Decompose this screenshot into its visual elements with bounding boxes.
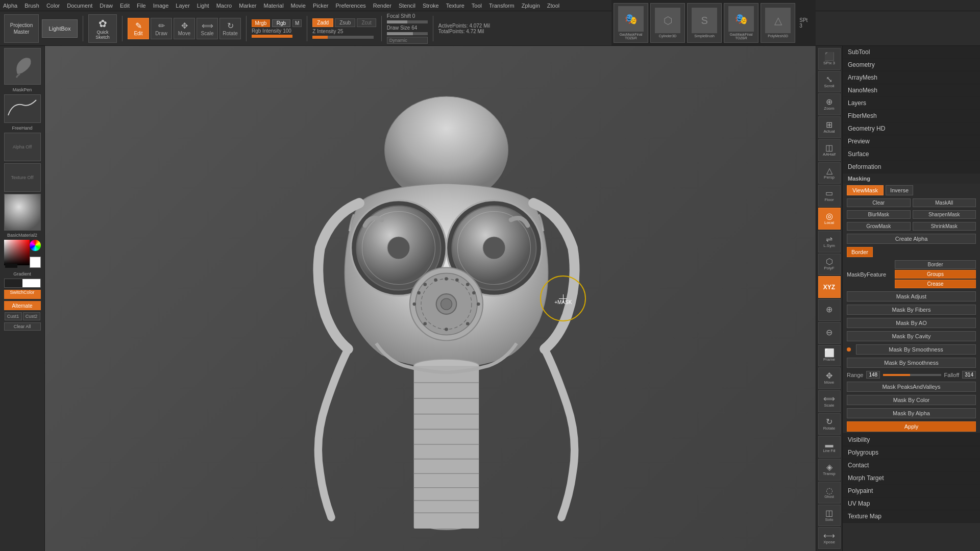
menu-document[interactable]: Document [67, 3, 92, 9]
mask-adjust-button[interactable]: Mask Adjust [847, 291, 976, 302]
mask-by-smoothness-button[interactable]: Mask By Smoothness [856, 344, 976, 355]
linefill-button[interactable]: ▬ Line Fill [818, 436, 841, 458]
texture-off-box[interactable]: Texture Off [4, 163, 41, 192]
menu-transform[interactable]: Transform [489, 3, 514, 9]
menu-picker[interactable]: Picker [313, 3, 329, 9]
mrgb-value[interactable]: Mrgb [252, 19, 270, 27]
gradient-bar[interactable] [4, 279, 41, 288]
viewmask-button[interactable]: ViewMask [847, 185, 884, 195]
edit-button[interactable]: ✎ Edit [128, 18, 149, 39]
falloff-value[interactable]: 314 [962, 371, 976, 379]
solo-button[interactable]: ◫ Solo [818, 505, 841, 527]
cust2-button[interactable]: Cust2 [23, 312, 40, 320]
frame-button[interactable]: ⬜ Frame [818, 345, 841, 367]
dynamic-button[interactable]: Dynamic [387, 37, 428, 44]
menu-alpha[interactable]: Alpha [3, 3, 17, 9]
switch-color-button[interactable]: SwitchColor [4, 290, 41, 299]
scale-button[interactable]: ⟺ Scale [197, 18, 218, 39]
range-value[interactable]: 148 [866, 371, 880, 379]
m-button[interactable]: M [292, 19, 302, 27]
visibility-header[interactable]: Visibility [843, 434, 980, 446]
mask-by-fibers-button[interactable]: Mask By Fibers [847, 305, 976, 315]
blurmask-button[interactable]: BlurMask [847, 210, 911, 219]
polyf-button[interactable]: ⬡ PolyF [818, 254, 841, 276]
xyz-panel-button[interactable]: Border [847, 247, 873, 257]
lsym-button[interactable]: ⇌ L.Sym [818, 231, 841, 253]
preview-header[interactable]: Preview [843, 135, 980, 147]
zadd-button[interactable]: Zadd [312, 18, 333, 27]
geometryhd-header[interactable]: Geometry HD [843, 122, 980, 135]
draw-size-slider[interactable] [387, 32, 428, 35]
menu-layer[interactable]: Layer [176, 3, 190, 9]
growmask-button[interactable]: GrowMask [847, 222, 911, 231]
ghost-button[interactable]: ◌ Ghost [818, 482, 841, 504]
menu-light[interactable]: Light [197, 3, 209, 9]
alpha-off-box[interactable]: Alpha Off [4, 133, 41, 161]
range-slider[interactable] [883, 374, 941, 376]
freehand-preview[interactable] [4, 94, 41, 123]
nanomesh-header[interactable]: NanoMesh [843, 84, 980, 96]
plus-icon-btn[interactable]: ⊕ [818, 299, 841, 321]
groups-button[interactable]: Groups [895, 270, 976, 279]
clear-all-button[interactable]: Clear All [4, 322, 41, 331]
rgb-intensity-slider[interactable] [252, 35, 292, 38]
menu-color[interactable]: Color [46, 3, 60, 9]
scale-side-button[interactable]: ⟺ Scale [818, 390, 841, 412]
alternate-button[interactable]: Alternate [4, 301, 41, 310]
model-thumb-0[interactable]: 🎭 GasMaskFinalTOZБR [614, 3, 648, 43]
model-thumb-1[interactable]: ⬡ Cylinder3D [650, 3, 685, 43]
menu-tool[interactable]: Tool [472, 3, 482, 9]
material-sphere[interactable] [4, 194, 41, 231]
surface-header[interactable]: Surface [843, 148, 980, 160]
menu-preferences[interactable]: Preferences [336, 3, 366, 9]
menu-stencil[interactable]: Stencil [399, 3, 415, 9]
actual-button[interactable]: ⊞ Actual [818, 116, 841, 138]
local-button[interactable]: ◎ Local [818, 208, 841, 230]
menu-render[interactable]: Render [373, 3, 391, 9]
polypaint-header[interactable]: Polypaint [843, 485, 980, 497]
polygroups-header[interactable]: Polygroups [843, 446, 980, 459]
focal-shift-slider[interactable] [387, 20, 428, 23]
uv-map-header[interactable]: UV Map [843, 497, 980, 510]
color-picker[interactable] [4, 240, 41, 269]
rotate-button[interactable]: ↻ Rotate [219, 18, 241, 39]
shrinkmask-button[interactable]: ShrinkMask [913, 222, 976, 231]
masking-header[interactable]: Masking [843, 173, 980, 184]
z-intensity-slider[interactable] [312, 36, 374, 39]
floor-button[interactable]: ▭ Floor [818, 185, 841, 207]
brush-preview[interactable] [4, 48, 41, 85]
scroll-button[interactable]: ⤡ Scroll [818, 71, 841, 93]
quick-sketch-button[interactable]: ✿ QuickSketch [88, 14, 117, 43]
xpose-button[interactable]: ⟷ Xpose [818, 527, 841, 549]
mask-by-ao-button[interactable]: Mask By AO [847, 318, 976, 328]
projection-master-button[interactable]: ProjectionMaster [4, 14, 39, 43]
fibermesh-header[interactable]: FiberMesh [843, 110, 980, 122]
draw-button[interactable]: ✏ Draw [151, 18, 172, 39]
model-thumb-3[interactable]: 🎭 GasMaskFinalTOZБR [724, 3, 758, 43]
deformation-header[interactable]: Deformation [843, 161, 980, 173]
menu-file[interactable]: File [137, 3, 146, 9]
persp-button[interactable]: △ Persp [818, 162, 841, 184]
menu-zplugin[interactable]: Zplugin [522, 3, 540, 9]
rotate-side-button[interactable]: ↻ Rotate [818, 413, 841, 435]
main-viewport[interactable]: +MASK [45, 46, 842, 551]
sharpenmask-button[interactable]: SharpenMask [913, 210, 976, 219]
crease-button[interactable]: Crease [895, 280, 976, 288]
menu-stroke[interactable]: Stroke [423, 3, 439, 9]
zcut-button[interactable]: Zcut [357, 18, 376, 27]
transp-button[interactable]: ◈ Transp [818, 459, 841, 481]
mask-peaks-button[interactable]: Mask PeaksAndValleys [847, 382, 976, 392]
lightbox-button[interactable]: LightBox [42, 19, 78, 38]
minus-icon-btn[interactable]: ⊖ [818, 322, 841, 344]
apply-button[interactable]: Apply [847, 421, 976, 432]
menu-texture[interactable]: Texture [446, 3, 464, 9]
menu-material[interactable]: Material [263, 3, 283, 9]
mask-by-smoothness2-button[interactable]: Mask By Smoothness [847, 358, 976, 368]
maskall-button[interactable]: MaskAll [913, 198, 976, 207]
create-alpha-button[interactable]: Create Alpha [847, 234, 976, 244]
move-side-button[interactable]: ✥ Move [818, 367, 841, 389]
aahalf-button[interactable]: ◫ AAHalf [818, 139, 841, 161]
spit-button[interactable]: ⬛ SPix 3 [818, 48, 841, 70]
cust1-button[interactable]: Cust1 [5, 312, 22, 320]
layers-header[interactable]: Layers [843, 97, 980, 109]
